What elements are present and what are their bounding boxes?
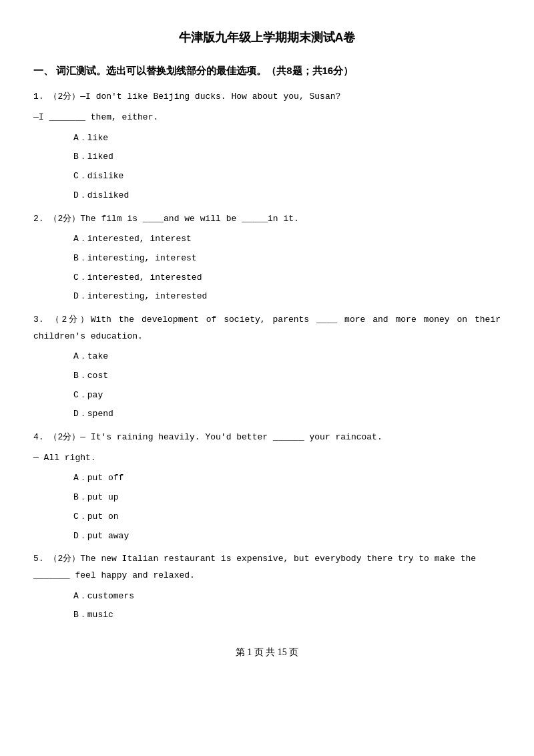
question-1-option-c: C．dislike: [73, 168, 501, 185]
question-5-option-a: A．customers: [73, 588, 501, 605]
question-2-option-a: A．interested, interest: [73, 231, 501, 248]
page-footer: 第 1 页 共 15 页: [33, 644, 501, 660]
question-5-option-b: B．music: [73, 607, 501, 624]
question-1: 1. （2分）—I don't like Beijing ducks. How …: [33, 89, 501, 204]
question-1-option-a: A．like: [73, 130, 501, 147]
question-4-option-c: C．put on: [73, 509, 501, 526]
question-4-option-d: D．put away: [73, 528, 501, 545]
question-3: 3. （2分）With the development of society, …: [33, 312, 501, 423]
question-3-option-b: B．cost: [73, 368, 501, 385]
question-3-option-a: A．take: [73, 349, 501, 365]
question-3-text: 3. （2分）With the development of society, …: [33, 312, 501, 345]
question-1-text: 1. （2分）—I don't like Beijing ducks. How …: [33, 89, 501, 106]
question-2: 2. （2分）The film is ____and we will be __…: [33, 211, 501, 305]
page-title: 牛津版九年级上学期期末测试A卷: [33, 27, 501, 48]
question-4-text: 4. （2分）— It's raining heavily. You'd bet…: [33, 429, 501, 446]
question-1-option-b: B．liked: [73, 149, 501, 166]
question-4: 4. （2分）— It's raining heavily. You'd bet…: [33, 429, 501, 544]
question-3-option-c: C．pay: [73, 387, 501, 404]
section1-header: 一、 词汇测试。选出可以替换划线部分的最佳选项。（共8题；共16分）: [33, 61, 501, 79]
question-5: 5. （2分）The new Italian restaurant is exp…: [33, 551, 501, 624]
question-4-option-b: B．put up: [73, 490, 501, 506]
question-2-option-b: B．interesting, interest: [73, 250, 501, 267]
question-4-option-a: A．put off: [73, 470, 501, 487]
question-5-text: 5. （2分）The new Italian restaurant is exp…: [33, 551, 501, 584]
question-2-option-c: C．interested, interested: [73, 270, 501, 287]
question-2-option-d: D．interesting, interested: [73, 289, 501, 305]
question-1-option-d: D．disliked: [73, 188, 501, 204]
question-4-subline: — All right.: [33, 450, 501, 467]
question-3-option-d: D．spend: [73, 406, 501, 423]
question-2-text: 2. （2分）The film is ____and we will be __…: [33, 211, 501, 228]
question-1-subline: —I _______ them, either.: [33, 110, 501, 126]
